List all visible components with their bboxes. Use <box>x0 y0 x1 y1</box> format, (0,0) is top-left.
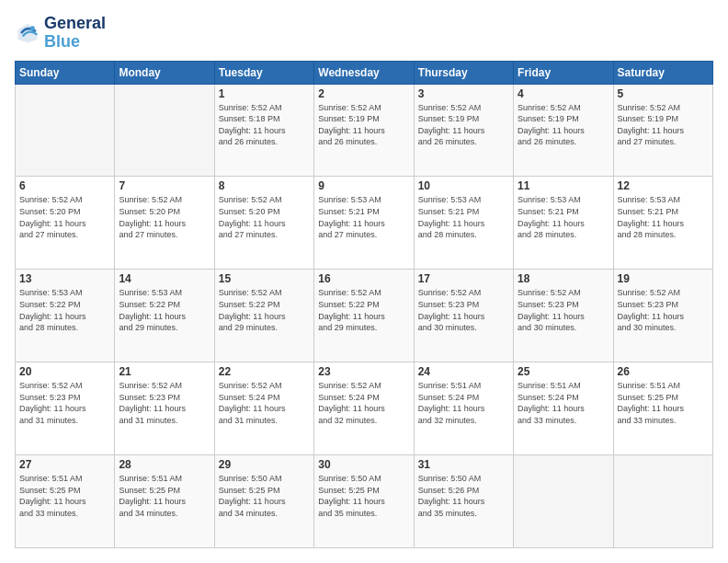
calendar-cell: 14Sunrise: 5:53 AM Sunset: 5:22 PM Dayli… <box>115 270 214 362</box>
day-number: 24 <box>418 365 509 378</box>
day-number: 20 <box>19 365 110 378</box>
day-info: Sunrise: 5:53 AM Sunset: 5:22 PM Dayligh… <box>19 287 110 333</box>
day-info: Sunrise: 5:52 AM Sunset: 5:22 PM Dayligh… <box>318 287 409 333</box>
calendar-cell: 2Sunrise: 5:52 AM Sunset: 5:19 PM Daylig… <box>314 84 414 177</box>
day-info: Sunrise: 5:52 AM Sunset: 5:22 PM Dayligh… <box>219 287 310 333</box>
day-number: 9 <box>318 179 409 192</box>
svg-point-1 <box>30 26 35 30</box>
day-number: 30 <box>318 458 409 471</box>
calendar: SundayMondayTuesdayWednesdayThursdayFrid… <box>15 61 713 548</box>
day-number: 28 <box>119 458 210 471</box>
weekday-header: Monday <box>115 61 214 84</box>
calendar-week-row: 13Sunrise: 5:53 AM Sunset: 5:22 PM Dayli… <box>16 270 713 362</box>
calendar-cell: 8Sunrise: 5:52 AM Sunset: 5:20 PM Daylig… <box>214 177 313 270</box>
day-info: Sunrise: 5:52 AM Sunset: 5:23 PM Dayligh… <box>19 380 110 426</box>
day-info: Sunrise: 5:52 AM Sunset: 5:19 PM Dayligh… <box>618 102 709 148</box>
calendar-cell: 12Sunrise: 5:53 AM Sunset: 5:21 PM Dayli… <box>613 177 712 270</box>
calendar-week-row: 20Sunrise: 5:52 AM Sunset: 5:23 PM Dayli… <box>16 362 713 455</box>
day-number: 16 <box>318 272 409 285</box>
day-number: 19 <box>618 272 709 285</box>
day-number: 2 <box>318 87 409 100</box>
calendar-cell: 13Sunrise: 5:53 AM Sunset: 5:22 PM Dayli… <box>16 270 115 362</box>
calendar-cell <box>115 84 214 177</box>
day-number: 17 <box>418 272 509 285</box>
day-info: Sunrise: 5:52 AM Sunset: 5:24 PM Dayligh… <box>219 380 310 426</box>
logo: General Blue <box>15 15 106 52</box>
day-info: Sunrise: 5:52 AM Sunset: 5:19 PM Dayligh… <box>418 102 509 148</box>
day-number: 22 <box>219 365 310 378</box>
day-info: Sunrise: 5:52 AM Sunset: 5:23 PM Dayligh… <box>618 287 709 333</box>
day-info: Sunrise: 5:52 AM Sunset: 5:23 PM Dayligh… <box>418 287 509 333</box>
day-number: 4 <box>518 87 609 100</box>
calendar-cell: 23Sunrise: 5:52 AM Sunset: 5:24 PM Dayli… <box>314 362 414 455</box>
day-number: 8 <box>219 179 310 192</box>
calendar-cell: 22Sunrise: 5:52 AM Sunset: 5:24 PM Dayli… <box>214 362 313 455</box>
calendar-cell: 31Sunrise: 5:50 AM Sunset: 5:26 PM Dayli… <box>414 455 513 548</box>
weekday-header: Friday <box>514 61 613 84</box>
calendar-header-row: SundayMondayTuesdayWednesdayThursdayFrid… <box>16 61 713 84</box>
day-info: Sunrise: 5:52 AM Sunset: 5:18 PM Dayligh… <box>219 102 310 148</box>
calendar-cell: 27Sunrise: 5:51 AM Sunset: 5:25 PM Dayli… <box>16 455 115 548</box>
weekday-header: Sunday <box>16 61 115 84</box>
calendar-cell: 3Sunrise: 5:52 AM Sunset: 5:19 PM Daylig… <box>414 84 513 177</box>
day-info: Sunrise: 5:52 AM Sunset: 5:19 PM Dayligh… <box>318 102 409 148</box>
calendar-cell <box>613 455 712 548</box>
day-info: Sunrise: 5:52 AM Sunset: 5:23 PM Dayligh… <box>518 287 609 333</box>
day-number: 1 <box>219 87 310 100</box>
day-info: Sunrise: 5:53 AM Sunset: 5:21 PM Dayligh… <box>418 194 509 240</box>
calendar-cell: 29Sunrise: 5:50 AM Sunset: 5:25 PM Dayli… <box>214 455 313 548</box>
day-number: 10 <box>418 179 509 192</box>
weekday-header: Wednesday <box>314 61 414 84</box>
day-info: Sunrise: 5:53 AM Sunset: 5:21 PM Dayligh… <box>318 194 409 240</box>
calendar-cell: 30Sunrise: 5:50 AM Sunset: 5:25 PM Dayli… <box>314 455 414 548</box>
day-info: Sunrise: 5:51 AM Sunset: 5:25 PM Dayligh… <box>19 473 110 519</box>
calendar-cell: 26Sunrise: 5:51 AM Sunset: 5:25 PM Dayli… <box>613 362 712 455</box>
page: General Blue SundayMondayTuesdayWednesda… <box>0 0 728 563</box>
day-info: Sunrise: 5:50 AM Sunset: 5:25 PM Dayligh… <box>318 473 409 519</box>
calendar-cell: 19Sunrise: 5:52 AM Sunset: 5:23 PM Dayli… <box>613 270 712 362</box>
calendar-cell: 1Sunrise: 5:52 AM Sunset: 5:18 PM Daylig… <box>214 84 313 177</box>
day-number: 29 <box>219 458 310 471</box>
day-number: 18 <box>518 272 609 285</box>
day-info: Sunrise: 5:51 AM Sunset: 5:24 PM Dayligh… <box>418 380 509 426</box>
day-info: Sunrise: 5:53 AM Sunset: 5:21 PM Dayligh… <box>618 194 709 240</box>
day-number: 27 <box>19 458 110 471</box>
calendar-cell: 28Sunrise: 5:51 AM Sunset: 5:25 PM Dayli… <box>115 455 214 548</box>
day-info: Sunrise: 5:52 AM Sunset: 5:24 PM Dayligh… <box>318 380 409 426</box>
day-number: 26 <box>618 365 709 378</box>
day-number: 23 <box>318 365 409 378</box>
day-info: Sunrise: 5:51 AM Sunset: 5:25 PM Dayligh… <box>618 380 709 426</box>
calendar-cell: 11Sunrise: 5:53 AM Sunset: 5:21 PM Dayli… <box>514 177 613 270</box>
calendar-cell: 6Sunrise: 5:52 AM Sunset: 5:20 PM Daylig… <box>16 177 115 270</box>
calendar-cell: 7Sunrise: 5:52 AM Sunset: 5:20 PM Daylig… <box>115 177 214 270</box>
day-info: Sunrise: 5:52 AM Sunset: 5:20 PM Dayligh… <box>219 194 310 240</box>
header: General Blue <box>15 15 713 52</box>
day-number: 7 <box>119 179 210 192</box>
day-info: Sunrise: 5:52 AM Sunset: 5:23 PM Dayligh… <box>119 380 210 426</box>
day-info: Sunrise: 5:50 AM Sunset: 5:25 PM Dayligh… <box>219 473 310 519</box>
day-number: 3 <box>418 87 509 100</box>
day-info: Sunrise: 5:50 AM Sunset: 5:26 PM Dayligh… <box>418 473 509 519</box>
calendar-cell: 16Sunrise: 5:52 AM Sunset: 5:22 PM Dayli… <box>314 270 414 362</box>
day-number: 21 <box>119 365 210 378</box>
day-number: 15 <box>219 272 310 285</box>
day-info: Sunrise: 5:52 AM Sunset: 5:19 PM Dayligh… <box>518 102 609 148</box>
day-info: Sunrise: 5:53 AM Sunset: 5:21 PM Dayligh… <box>518 194 609 240</box>
logo-text: General Blue <box>44 15 106 52</box>
calendar-cell: 17Sunrise: 5:52 AM Sunset: 5:23 PM Dayli… <box>414 270 513 362</box>
day-number: 6 <box>19 179 110 192</box>
day-number: 11 <box>518 179 609 192</box>
calendar-cell: 20Sunrise: 5:52 AM Sunset: 5:23 PM Dayli… <box>16 362 115 455</box>
day-info: Sunrise: 5:51 AM Sunset: 5:24 PM Dayligh… <box>518 380 609 426</box>
calendar-cell: 4Sunrise: 5:52 AM Sunset: 5:19 PM Daylig… <box>514 84 613 177</box>
day-info: Sunrise: 5:51 AM Sunset: 5:25 PM Dayligh… <box>119 473 210 519</box>
calendar-cell: 10Sunrise: 5:53 AM Sunset: 5:21 PM Dayli… <box>414 177 513 270</box>
calendar-cell <box>514 455 613 548</box>
calendar-cell: 21Sunrise: 5:52 AM Sunset: 5:23 PM Dayli… <box>115 362 214 455</box>
calendar-week-row: 27Sunrise: 5:51 AM Sunset: 5:25 PM Dayli… <box>16 455 713 548</box>
calendar-cell <box>16 84 115 177</box>
day-number: 13 <box>19 272 110 285</box>
calendar-cell: 9Sunrise: 5:53 AM Sunset: 5:21 PM Daylig… <box>314 177 414 270</box>
day-number: 12 <box>618 179 709 192</box>
day-info: Sunrise: 5:52 AM Sunset: 5:20 PM Dayligh… <box>19 194 110 240</box>
